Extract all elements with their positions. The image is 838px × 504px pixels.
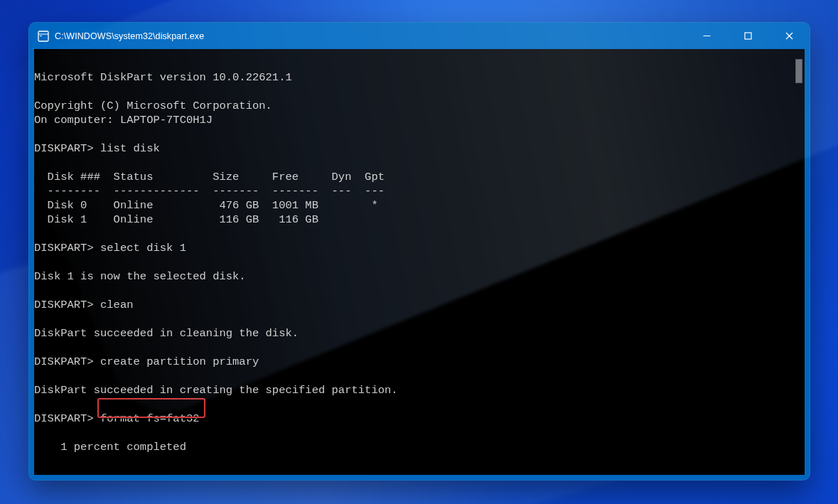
window-control-buttons bbox=[686, 23, 810, 49]
window-titlebar[interactable]: C:\WINDOWS\system32\diskpart.exe bbox=[29, 23, 810, 49]
terminal-output[interactable]: Microsoft DiskPart version 10.0.22621.1 … bbox=[34, 60, 805, 464]
minimize-icon bbox=[703, 32, 711, 40]
maximize-icon bbox=[744, 32, 752, 40]
window-title: C:\WINDOWS\system32\diskpart.exe bbox=[55, 31, 204, 41]
diskpart-window: C:\WINDOWS\system32\diskpart.exe bbox=[28, 22, 810, 481]
scrollbar-thumb[interactable] bbox=[795, 59, 802, 83]
scrollbar-track[interactable] bbox=[797, 53, 802, 471]
minimize-button[interactable] bbox=[686, 23, 727, 49]
maximize-button[interactable] bbox=[727, 23, 768, 49]
close-button[interactable] bbox=[768, 23, 810, 49]
close-icon bbox=[785, 32, 793, 40]
app-icon bbox=[38, 31, 49, 42]
terminal-client-area: Microsoft DiskPart version 10.0.22621.1 … bbox=[34, 49, 805, 475]
desktop-background: C:\WINDOWS\system32\diskpart.exe bbox=[0, 0, 838, 504]
svg-rect-4 bbox=[745, 33, 751, 39]
title-left: C:\WINDOWS\system32\diskpart.exe bbox=[29, 31, 204, 42]
